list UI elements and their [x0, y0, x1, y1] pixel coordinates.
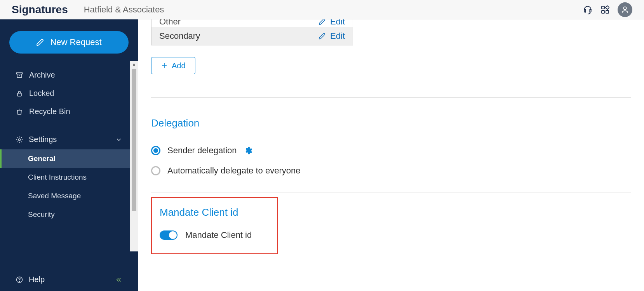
apps-icon[interactable]: [600, 5, 610, 14]
table-row: Other Edit: [151, 19, 353, 27]
table-row: Secondary Edit: [151, 27, 353, 45]
svg-point-7: [19, 139, 21, 140]
mandate-highlight-box: Mandate Client id Mandate Client id: [151, 197, 278, 254]
mandate-toggle-row[interactable]: Mandate Client id: [160, 230, 269, 240]
sidebar: New Request Archive Locked Recycle B: [0, 19, 138, 291]
row-label: Secondary: [159, 31, 200, 41]
sidebar-item-label: Recycle Bin: [29, 107, 70, 116]
address-table: Other Edit Secondary Edit: [151, 19, 353, 45]
help-icon: [16, 276, 23, 284]
toggle-switch[interactable]: [160, 230, 178, 240]
settings-label: Settings: [29, 135, 57, 144]
help-label: Help: [29, 275, 45, 284]
svg-rect-6: [17, 93, 21, 96]
svg-rect-3: [606, 5, 609, 9]
add-button[interactable]: Add: [151, 57, 195, 74]
sidebar-item-label: Locked: [29, 89, 54, 98]
svg-point-9: [19, 281, 19, 281]
radio-icon[interactable]: [151, 146, 160, 155]
trash-icon: [16, 108, 23, 116]
sub-item-general[interactable]: General: [0, 149, 138, 168]
sub-item-label: General: [28, 154, 56, 163]
edit-label: Edit: [330, 19, 345, 27]
sub-item-label: Security: [28, 210, 55, 218]
archive-icon: [16, 71, 23, 79]
avatar[interactable]: [618, 2, 632, 17]
svg-rect-2: [606, 10, 609, 13]
delegation-title: Delegation: [151, 117, 631, 129]
edit-button[interactable]: Edit: [319, 31, 345, 41]
content-area: Other Edit Secondary Edit: [138, 19, 644, 291]
org-name: Hatfield & Associates: [84, 5, 164, 15]
section-divider: [151, 192, 631, 192]
svg-rect-1: [602, 10, 604, 13]
gear-icon: [16, 136, 23, 144]
edit-button[interactable]: Edit: [319, 19, 345, 27]
edit-label: Edit: [330, 31, 345, 41]
new-request-label: New Request: [50, 37, 101, 47]
section-divider: [151, 97, 631, 98]
pencil-icon: [319, 32, 326, 40]
headset-icon[interactable]: [583, 5, 593, 15]
sub-item-label: Client Instructions: [28, 173, 87, 181]
radio-label: Automatically delegate to everyone: [167, 166, 300, 176]
scroll-thumb[interactable]: [132, 69, 136, 211]
sub-item-client-instructions[interactable]: Client Instructions: [0, 168, 138, 187]
sidebar-scrollbar[interactable]: ▲: [130, 61, 138, 251]
new-request-button[interactable]: New Request: [9, 31, 129, 54]
lock-icon: [16, 90, 23, 97]
sidebar-item-label: Archive: [29, 71, 55, 80]
radio-sender-delegation[interactable]: Sender delegation: [151, 142, 631, 163]
sidebar-item-settings[interactable]: Settings: [0, 130, 138, 149]
chevron-down-icon: [115, 136, 122, 143]
add-label: Add: [172, 61, 186, 70]
pencil-icon: [319, 19, 326, 26]
top-bar-right: [583, 2, 632, 17]
gear-icon[interactable]: [244, 146, 252, 155]
mandate-title: Mandate Client id: [160, 206, 269, 218]
toggle-label: Mandate Client id: [185, 230, 252, 240]
svg-rect-5: [17, 73, 23, 74]
chevron-left-double-icon[interactable]: [115, 276, 122, 283]
nav-group: Archive Locked Recycle Bin: [0, 62, 138, 125]
top-bar-left: Signatures Hatfield & Associates: [12, 3, 164, 16]
vertical-divider: [76, 4, 76, 16]
sub-item-security[interactable]: Security: [0, 205, 138, 224]
plus-icon: [161, 62, 168, 69]
sub-item-saved-message[interactable]: Saved Message: [0, 187, 138, 205]
pencil-icon: [36, 38, 45, 47]
radio-auto-delegate[interactable]: Automatically delegate to everyone: [151, 163, 631, 183]
sidebar-item-help[interactable]: Help: [0, 268, 138, 291]
svg-rect-0: [602, 6, 604, 9]
sidebar-separator: [0, 127, 138, 127]
sidebar-item-archive[interactable]: Archive: [0, 66, 138, 84]
scroll-up-icon[interactable]: ▲: [132, 61, 136, 67]
radio-icon[interactable]: [151, 166, 160, 175]
sub-item-label: Saved Message: [28, 192, 81, 200]
sidebar-item-recycle-bin[interactable]: Recycle Bin: [0, 102, 138, 121]
brand-title: Signatures: [12, 3, 68, 16]
svg-point-4: [623, 7, 626, 9]
radio-label: Sender delegation: [167, 146, 237, 156]
top-bar: Signatures Hatfield & Associates: [0, 0, 644, 19]
sidebar-item-locked[interactable]: Locked: [0, 84, 138, 102]
row-label: Other: [159, 19, 181, 27]
